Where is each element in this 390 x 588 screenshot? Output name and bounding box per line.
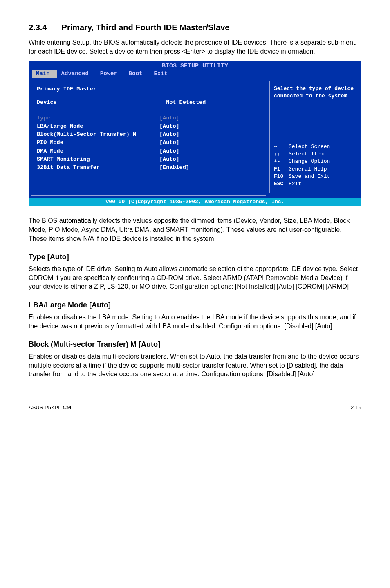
bios-help-text: Select the type of device connected to t… bbox=[274, 85, 355, 100]
sub-type-body: Selects the type of IDE drive. Setting t… bbox=[29, 265, 361, 291]
bios-panel-title: Primary IDE Master bbox=[37, 85, 260, 93]
bios-tab-boot[interactable]: Boot bbox=[125, 70, 150, 78]
bios-item-block-value: [Auto] bbox=[159, 130, 260, 139]
sub-type-title: Type [Auto] bbox=[29, 253, 361, 261]
bios-hints: ↔Select Screen ↑↓Select Item +-Change Op… bbox=[274, 143, 355, 188]
bios-tab-exit[interactable]: Exit bbox=[150, 70, 175, 78]
hint-desc-ud: Select Item bbox=[289, 150, 324, 158]
hint-key-f1: F1 bbox=[274, 166, 289, 173]
bios-item-smart-value: [Auto] bbox=[159, 155, 260, 164]
hint-desc-f10: Save and Exit bbox=[289, 173, 330, 180]
bios-tab-power[interactable]: Power bbox=[96, 70, 125, 78]
bios-tab-bar: Main Advanced Power Boot Exit bbox=[29, 70, 361, 79]
bios-footer: v00.00 (C)Copyright 1985-2002, American … bbox=[29, 198, 361, 206]
bios-item-dma-value: [Auto] bbox=[159, 147, 260, 155]
bios-item-32bit-label[interactable]: 32Bit Data Transfer bbox=[37, 164, 159, 172]
bios-tab-advanced[interactable]: Advanced bbox=[57, 70, 96, 78]
sub-lba-body: Enables or disables the LBA mode. Settin… bbox=[29, 313, 361, 330]
bios-item-pio-label[interactable]: PIO Mode bbox=[37, 139, 159, 147]
bios-item-lba-value: [Auto] bbox=[159, 122, 260, 130]
bios-item-pio-value: [Auto] bbox=[159, 139, 260, 147]
footer-page-number: 2-15 bbox=[351, 404, 361, 411]
hint-key-esc: ESC bbox=[274, 180, 289, 188]
sub-block-body: Enables or disables data multi-sectors t… bbox=[29, 352, 361, 379]
hint-key-lr: ↔ bbox=[274, 143, 289, 150]
footer-product: ASUS P5KPL-CM bbox=[29, 404, 71, 411]
bios-item-smart-label[interactable]: SMART Monitoring bbox=[37, 155, 159, 164]
bios-device-label: Device bbox=[37, 99, 159, 107]
hint-desc-f1: General Help bbox=[289, 166, 327, 173]
hint-desc-lr: Select Screen bbox=[289, 143, 330, 150]
after-bios-paragraph: The BIOS automatically detects the value… bbox=[29, 216, 361, 243]
bios-item-block-label[interactable]: Block(Multi-Sector Transfer) M bbox=[37, 130, 159, 139]
bios-tab-main[interactable]: Main bbox=[32, 70, 57, 78]
hint-desc-esc: Exit bbox=[289, 180, 301, 188]
section-title-text: Primary, Third and Fourth IDE Master/Sla… bbox=[62, 23, 230, 32]
bios-item-lba-label[interactable]: LBA/Large Mode bbox=[37, 122, 159, 130]
sub-block-title: Block (Multi-sector Transfer) M [Auto] bbox=[29, 340, 361, 349]
bios-item-dma-label[interactable]: DMA Mode bbox=[37, 147, 159, 155]
bios-item-type-value: [Auto] bbox=[159, 114, 260, 122]
bios-item-32bit-value: [Enabled] bbox=[159, 164, 260, 172]
section-heading: 2.3.4 Primary, Third and Fourth IDE Mast… bbox=[29, 23, 361, 32]
section-number: 2.3.4 bbox=[29, 23, 59, 32]
intro-paragraph: While entering Setup, the BIOS automatic… bbox=[29, 38, 361, 56]
hint-key-ud: ↑↓ bbox=[274, 150, 289, 158]
hint-desc-pm: Change Option bbox=[289, 158, 330, 165]
bios-device-value: : Not Detected bbox=[159, 99, 260, 107]
hint-key-pm: +- bbox=[274, 158, 289, 165]
bios-item-type-label[interactable]: Type bbox=[37, 114, 159, 122]
bios-title: BIOS SETUP UTILITY bbox=[29, 61, 361, 70]
page-footer: ASUS P5KPL-CM 2-15 bbox=[29, 402, 361, 411]
bios-screenshot: BIOS SETUP UTILITY Main Advanced Power B… bbox=[29, 61, 361, 206]
hint-key-f10: F10 bbox=[274, 173, 289, 180]
sub-lba-title: LBA/Large Mode [Auto] bbox=[29, 301, 361, 310]
